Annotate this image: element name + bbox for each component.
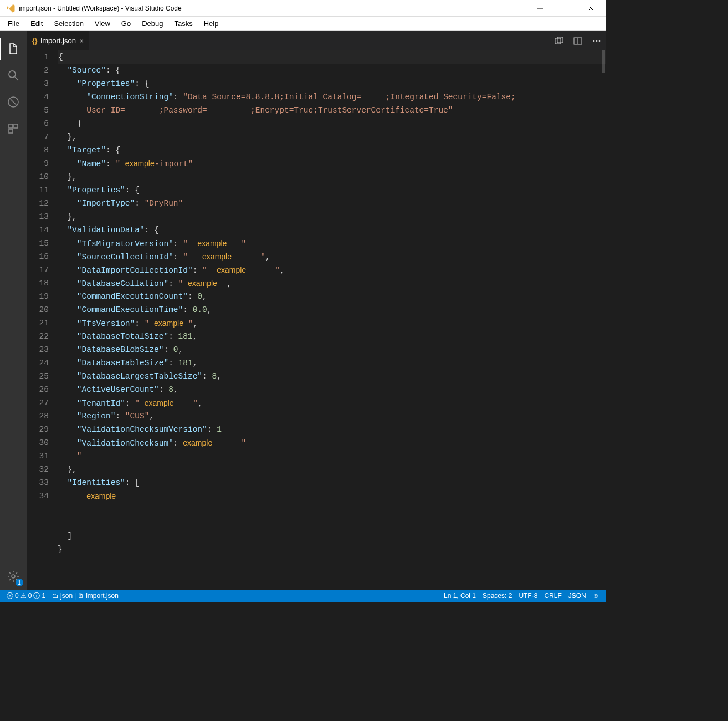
status-encoding[interactable]: UTF-8 — [515, 590, 541, 602]
activity-extensions[interactable] — [0, 115, 27, 142]
maximize-button[interactable] — [553, 0, 578, 17]
menubar: FileEditSelectionViewGoDebugTasksHelp — [0, 17, 606, 31]
svg-point-18 — [599, 40, 601, 42]
svg-point-17 — [596, 40, 598, 42]
svg-rect-8 — [9, 124, 13, 128]
scrollbar[interactable] — [602, 50, 605, 590]
menu-view[interactable]: View — [89, 18, 116, 29]
more-actions-icon[interactable] — [587, 31, 606, 50]
status-problems[interactable]: ⓧ0 ⚠0 ⓘ1 — [3, 590, 49, 602]
compare-changes-icon[interactable] — [550, 31, 568, 50]
menu-go[interactable]: Go — [116, 18, 136, 29]
main: 1 {} import.json × 123456789101112131415… — [0, 31, 606, 590]
activity-explorer[interactable] — [0, 35, 27, 62]
code-editor[interactable]: 1234567891011121314151617181920212223242… — [27, 50, 606, 590]
svg-point-11 — [12, 575, 15, 578]
folder-icon: 🗀 — [52, 592, 59, 600]
svg-rect-10 — [9, 129, 13, 133]
svg-point-16 — [593, 40, 595, 42]
titlebar: import.json - Untitled (Workspace) - Vis… — [0, 0, 606, 17]
warning-icon: ⚠ — [20, 592, 27, 600]
menu-debug[interactable]: Debug — [136, 18, 168, 29]
split-editor-icon[interactable] — [568, 31, 587, 50]
svg-rect-9 — [14, 124, 18, 128]
menu-tasks[interactable]: Tasks — [168, 18, 198, 29]
status-eol[interactable]: CRLF — [541, 590, 565, 602]
activity-bar: 1 — [0, 31, 27, 590]
status-ln-col[interactable]: Ln 1, Col 1 — [440, 590, 479, 602]
activity-settings[interactable]: 1 — [0, 563, 27, 590]
scrollbar-thumb[interactable] — [602, 50, 605, 73]
error-icon: ⓧ — [7, 591, 13, 601]
json-file-icon: {} — [32, 37, 37, 45]
tab-close-icon[interactable]: × — [79, 37, 84, 45]
svg-point-4 — [9, 71, 16, 78]
info-icon: ⓘ — [33, 591, 40, 601]
svg-rect-1 — [563, 6, 568, 11]
close-window-button[interactable] — [578, 0, 604, 17]
editor-area: {} import.json × 12345678910111213141516… — [27, 31, 606, 590]
minimize-button[interactable] — [527, 0, 553, 17]
tab-filename: import.json — [40, 37, 76, 45]
menu-selection[interactable]: Selection — [48, 18, 89, 29]
menu-edit[interactable]: Edit — [25, 18, 48, 29]
activity-debug[interactable] — [0, 89, 27, 115]
activity-search[interactable] — [0, 62, 27, 89]
tab-bar: {} import.json × — [27, 31, 606, 50]
tab-import-json[interactable]: {} import.json × — [27, 31, 90, 50]
file-icon: 🗎 — [78, 592, 84, 600]
status-bar: ⓧ0 ⚠0 ⓘ1 🗀 json | 🗎 import.json Ln 1, Co… — [0, 590, 606, 602]
settings-badge: 1 — [16, 579, 23, 586]
status-breadcrumb[interactable]: 🗀 json | 🗎 import.json — [49, 590, 122, 602]
status-feedback-icon[interactable]: ☺ — [589, 590, 603, 602]
menu-help[interactable]: Help — [198, 18, 224, 29]
line-number-gutter: 1234567891011121314151617181920212223242… — [27, 50, 58, 590]
svg-line-5 — [15, 77, 18, 80]
code-content[interactable]: { "Source": { "Properties": { "Connectio… — [58, 50, 606, 590]
status-language[interactable]: JSON — [565, 590, 589, 602]
window-title: import.json - Untitled (Workspace) - Vis… — [19, 4, 527, 12]
vscode-logo-icon — [6, 3, 16, 13]
menu-file[interactable]: File — [2, 18, 25, 29]
status-spaces[interactable]: Spaces: 2 — [479, 590, 515, 602]
svg-line-7 — [11, 99, 16, 105]
